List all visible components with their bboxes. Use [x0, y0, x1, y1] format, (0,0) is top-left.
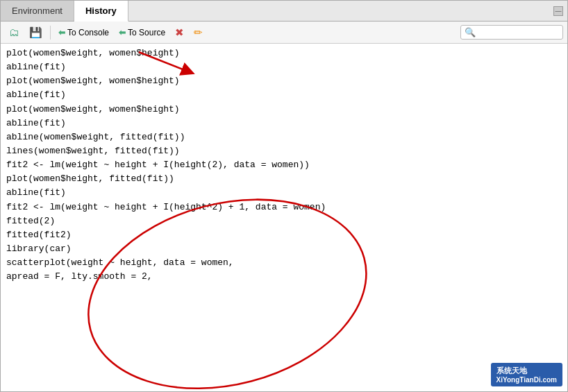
code-lines: plot(women$weight, women$height)abline(f…	[6, 46, 562, 284]
tab-history[interactable]: History	[74, 1, 128, 22]
to-console-icon: ⬅	[58, 28, 65, 37]
code-line: fit2 <- lm(weight ~ height + I(height^2)…	[6, 201, 562, 214]
separator-1	[50, 26, 51, 40]
search-input[interactable]	[476, 28, 559, 37]
tab-history-label: History	[85, 6, 117, 16]
code-line: abline(fit)	[6, 117, 562, 130]
to-console-button[interactable]: ⬅ To Console	[54, 26, 113, 40]
code-line: plot(women$weight, women$height)	[6, 74, 562, 88]
to-source-button[interactable]: ⬅ To Source	[115, 26, 169, 40]
save-icon: 💾	[29, 26, 42, 39]
watermark: 系统天地 XiYongTianDi.com	[491, 363, 562, 386]
tab-spacer	[128, 1, 549, 21]
code-line: plot(women$weight, women$height)	[6, 103, 562, 117]
code-line: abline(fit)	[6, 186, 562, 200]
to-console-label: To Console	[67, 28, 109, 37]
code-line: plot(women$weight, women$height)	[6, 46, 562, 60]
load-icon: 🗂	[9, 26, 19, 38]
minimize-button[interactable]: —	[553, 6, 563, 16]
code-line: fitted(2)	[6, 214, 562, 228]
panel: Environment History — 🗂 💾 ⬅ To Console ⬅…	[0, 0, 568, 392]
search-box[interactable]: 🔍	[460, 25, 563, 40]
tab-environment[interactable]: Environment	[1, 1, 74, 21]
toolbar: 🗂 💾 ⬅ To Console ⬅ To Source ✖ ✏ 🔍	[1, 22, 567, 44]
run-icon: ✏	[194, 26, 203, 39]
search-icon: 🔍	[465, 27, 476, 37]
code-line: scatterplot(weight ~ height, data = wome…	[6, 256, 562, 270]
code-line: apread = F, lty.smooth = 2,	[6, 270, 562, 284]
code-area[interactable]: plot(women$weight, women$height)abline(f…	[1, 44, 567, 391]
clear-button[interactable]: ✖	[171, 24, 188, 41]
clear-icon: ✖	[175, 26, 184, 39]
code-line: lines(women$weight, fitted(fit))	[6, 144, 562, 158]
run-button[interactable]: ✏	[190, 24, 207, 41]
window-controls: —	[549, 1, 567, 21]
watermark-line2: XiYongTianDi.com	[496, 376, 557, 384]
code-line: abline(women$weight, fitted(fit))	[6, 130, 562, 144]
watermark-line1: 系统天地	[496, 366, 557, 376]
code-line: plot(women$height, fitted(fit))	[6, 172, 562, 186]
code-line: library(car)	[6, 242, 562, 256]
code-line: abline(fit)	[6, 88, 562, 102]
load-button[interactable]: 🗂	[5, 24, 24, 40]
code-line: fit2 <- lm(weight ~ height + I(height(2)…	[6, 158, 562, 172]
to-source-label: To Source	[128, 28, 165, 37]
save-button[interactable]: 💾	[25, 24, 47, 41]
code-line: fitted(fit2)	[6, 228, 562, 242]
tab-environment-label: Environment	[12, 6, 62, 16]
to-source-icon: ⬅	[119, 28, 126, 37]
tab-bar: Environment History —	[1, 1, 567, 22]
code-line: abline(fit)	[6, 60, 562, 74]
